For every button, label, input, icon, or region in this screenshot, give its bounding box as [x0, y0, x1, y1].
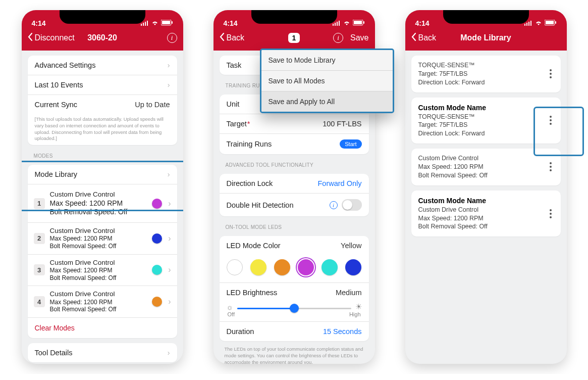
library-card[interactable]: Custom Mode NameCustom Drive ControlMax … — [411, 191, 561, 237]
mode-summary: Custom Drive ControlMax Speed: 1200 RPMB… — [50, 259, 152, 282]
screen-mode-edit: 4:14 Back 1 i Save Task TRAINING RUN Uni — [213, 10, 375, 364]
row-label: Mode Library — [35, 170, 165, 178]
color-swatch[interactable] — [250, 259, 266, 275]
device-notch — [251, 10, 337, 24]
row-training-runs: Training Runs Start — [220, 133, 369, 154]
led-fineprint: The LEDs on top of your tool communicate… — [213, 346, 375, 364]
row-label: Target — [227, 120, 323, 128]
section-header-modes: MODES — [22, 150, 183, 160]
sync-value: Up to Date — [135, 101, 170, 109]
upload-fineprint: [This tool uploads tool data automatical… — [28, 114, 177, 145]
kebab-menu-icon[interactable] — [548, 67, 554, 80]
battery-icon — [353, 19, 365, 27]
mode-summary: Custom Drive ControlMax Speed: 1200 RPMB… — [50, 191, 152, 216]
brightness-slider[interactable]: ☼ ☀ Off High — [220, 302, 369, 321]
row-current-sync: Current Sync Up to Date — [28, 94, 177, 114]
svg-rect-7 — [333, 24, 334, 26]
library-card-lines: TORQUE-SENSE™Target: 75FT/LBSDirection L… — [418, 61, 548, 87]
color-swatch[interactable] — [298, 259, 314, 275]
mode-row[interactable]: 4Custom Drive ControlMax Speed: 1200 RPM… — [28, 286, 177, 317]
library-card-lines: Custom Drive ControlMax Speed: 1200 RPMB… — [418, 154, 548, 180]
battery-icon — [161, 19, 173, 27]
row-target[interactable]: Target 100 FT-LBS — [220, 114, 369, 133]
status-time: 4:14 — [415, 19, 430, 27]
nav-back[interactable]: Back — [220, 33, 334, 43]
svg-rect-2 — [145, 22, 146, 26]
chevron-right-icon: › — [168, 170, 170, 178]
mode-color-dot — [152, 199, 162, 209]
row-duration[interactable]: Duration 15 Seconds — [220, 321, 369, 341]
popover-save-apply-all[interactable]: Save and Apply to All — [261, 91, 393, 112]
row-tool-details[interactable]: Tool Details › — [28, 343, 177, 362]
library-card[interactable]: Custom Drive ControlMax Speed: 1200 RPMB… — [411, 149, 561, 185]
nav-back-label: Back — [227, 33, 245, 42]
tool-details-card: Tool Details › — [28, 343, 177, 362]
info-icon[interactable]: i — [330, 201, 338, 209]
nav-back-label: Disconnect — [35, 33, 75, 42]
row-label: Double Hit Detection — [227, 201, 330, 209]
row-label: Duration — [227, 327, 323, 336]
brightness-high-icon: ☀ — [355, 302, 362, 311]
row-label: Last 10 Events — [35, 81, 165, 89]
battery-icon — [545, 19, 557, 27]
row-label: Current Sync — [35, 101, 135, 109]
chevron-right-icon: › — [168, 81, 170, 89]
mode-color-dot — [152, 233, 162, 244]
wifi-icon — [151, 19, 159, 27]
svg-rect-19 — [546, 21, 554, 24]
nav-back-disconnect[interactable]: Disconnect — [28, 33, 167, 43]
settings-card: Advanced Settings › Last 10 Events › Cur… — [28, 56, 177, 145]
mode-color-dot — [152, 297, 162, 307]
row-advanced-settings[interactable]: Advanced Settings › — [28, 56, 177, 75]
svg-rect-13 — [363, 21, 364, 24]
svg-rect-20 — [555, 21, 556, 24]
mode-color-dot — [152, 265, 162, 275]
row-led-color[interactable]: LED Mode Color Yellow — [220, 236, 369, 255]
modes-card: Mode Library › 1Custom Drive ControlMax … — [28, 165, 177, 338]
row-led-brightness: LED Brightness Medium — [220, 282, 369, 302]
info-icon[interactable]: i — [167, 33, 177, 43]
library-card-lines: Custom Mode NameTORQUE-SENSE™Target: 75F… — [418, 103, 548, 138]
library-card[interactable]: TORQUE-SENSE™Target: 75FT/LBSDirection L… — [411, 56, 561, 92]
nav-back-label: Back — [418, 33, 437, 42]
start-button[interactable]: Start — [340, 139, 361, 149]
row-label: LED Mode Color — [227, 242, 341, 250]
row-label: Training Runs — [227, 140, 340, 148]
library-card[interactable]: Custom Mode NameTORQUE-SENSE™Target: 75F… — [411, 98, 561, 144]
row-last-events[interactable]: Last 10 Events › — [28, 75, 177, 94]
color-swatch[interactable] — [227, 259, 243, 275]
svg-rect-15 — [526, 23, 527, 26]
nav-bar: Back Mode Library — [405, 29, 567, 51]
chevron-right-icon: › — [168, 234, 171, 243]
kebab-menu-icon[interactable] — [548, 207, 554, 220]
led-color-value: Yellow — [341, 242, 361, 250]
svg-rect-3 — [147, 21, 148, 26]
popover-save-to-all[interactable]: Save to All Modes — [261, 70, 393, 91]
mode-summary: Custom Drive ControlMax Speed: 1200 RPMB… — [50, 227, 152, 250]
row-direction-lock[interactable]: Direction Lock Forward Only — [220, 174, 369, 193]
info-icon[interactable]: i — [333, 33, 343, 43]
popover-save-to-library[interactable]: Save to Mode Library — [261, 50, 393, 70]
color-swatch[interactable] — [345, 259, 361, 275]
double-hit-toggle[interactable] — [342, 199, 362, 211]
color-swatch-row — [220, 255, 369, 282]
row-mode-library[interactable]: Mode Library › — [28, 165, 177, 184]
clear-modes[interactable]: Clear Modes — [28, 317, 177, 338]
brightness-low-icon: ☼ — [227, 303, 234, 311]
nav-save[interactable]: Save — [350, 33, 368, 42]
nav-back[interactable]: Back — [411, 33, 561, 43]
section-header-leds: ON-TOOL MODE LEDS — [213, 221, 375, 231]
mode-number: 3 — [34, 264, 45, 275]
color-swatch[interactable] — [274, 259, 290, 275]
row-label: Direction Lock — [227, 179, 318, 187]
mode-row[interactable]: 2Custom Drive ControlMax Speed: 1200 RPM… — [28, 222, 177, 254]
kebab-menu-icon[interactable] — [548, 160, 554, 173]
color-swatch[interactable] — [322, 259, 338, 275]
mode-row[interactable]: 1Custom Drive ControlMax Speed: 1200 RPM… — [28, 184, 177, 222]
svg-rect-9 — [337, 22, 338, 26]
svg-rect-14 — [524, 24, 525, 26]
mode-number: 4 — [34, 296, 45, 307]
mode-row[interactable]: 3Custom Drive ControlMax Speed: 1200 RPM… — [28, 254, 177, 286]
kebab-menu-icon[interactable] — [548, 114, 554, 127]
svg-rect-10 — [339, 21, 340, 26]
